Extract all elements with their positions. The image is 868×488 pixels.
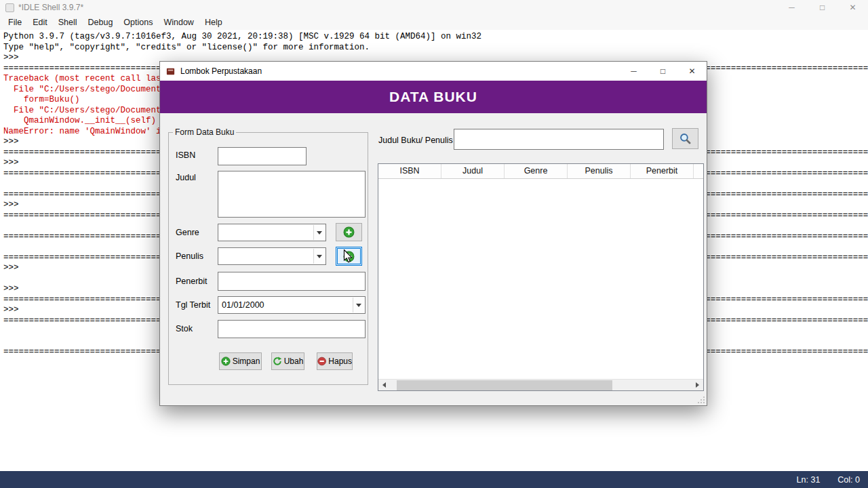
ubah-button[interactable]: Ubah [271, 352, 304, 370]
menu-edit[interactable]: Edit [27, 16, 53, 29]
mouse-cursor-icon [343, 249, 353, 264]
genre-label: Genre [176, 228, 199, 237]
idle-titlebar[interactable]: *IDLE Shell 3.9.7* ─ □ ✕ [0, 0, 868, 15]
isbn-input[interactable] [218, 147, 307, 165]
menu-options[interactable]: Options [118, 16, 158, 29]
minus-circle-icon [317, 357, 326, 366]
genre-combobox[interactable] [218, 224, 326, 241]
books-table-header: ISBN Judul Genre Penulis Penerbit [378, 164, 703, 179]
books-table-body[interactable] [378, 179, 703, 369]
isbn-label: ISBN [176, 150, 195, 160]
search-icon [679, 132, 692, 145]
scroll-right-icon[interactable] [692, 380, 703, 391]
maximize-button[interactable]: □ [807, 0, 837, 15]
menu-shell[interactable]: Shell [53, 16, 83, 29]
dialog-title: Lombok Perpustakaan [180, 66, 262, 76]
shell-line: Type "help", "copyright", "credits" or "… [3, 43, 868, 54]
menu-help[interactable]: Help [199, 16, 228, 29]
tgl-terbit-label: Tgl Terbit [176, 300, 210, 310]
refresh-icon [273, 357, 282, 366]
column-header-penerbit[interactable]: Penerbit [631, 164, 694, 178]
tgl-terbit-value: 01/01/2000 [222, 300, 264, 310]
column-header-filler [694, 164, 703, 178]
idle-window-title: *IDLE Shell 3.9.7* [18, 3, 83, 12]
status-col-indicator: Col: 0 [837, 475, 860, 485]
chevron-down-icon[interactable] [313, 249, 325, 264]
menu-file[interactable]: File [3, 16, 27, 29]
penulis-label: Penulis [176, 251, 203, 261]
screen: *IDLE Shell 3.9.7* ─ □ ✕ File Edit Shell… [0, 0, 868, 488]
penerbit-label: Penerbit [176, 277, 208, 286]
stok-label: Stok [176, 324, 193, 333]
simpan-button-label: Simpan [233, 357, 260, 366]
idle-statusbar: Ln: 31 Col: 0 [0, 471, 868, 488]
data-buku-dialog: Lombok Perpustakaan ─ □ ✕ DATA BUKU Form… [159, 61, 707, 406]
tgl-terbit-datepicker[interactable]: 01/01/2000 [218, 296, 366, 314]
idle-window-controls: ─ □ ✕ [776, 0, 868, 15]
search-label: Judul Buku/ Penulis [378, 136, 453, 145]
judul-label: Judul [176, 173, 196, 182]
hapus-button-label: Hapus [328, 357, 352, 366]
plus-circle-icon [343, 226, 355, 238]
close-button[interactable]: ✕ [837, 0, 868, 15]
add-genre-button[interactable] [336, 223, 362, 241]
shell-line: Python 3.9.7 (tags/v3.9.7:1016ef3, Aug 3… [3, 32, 868, 43]
ubah-button-label: Ubah [284, 357, 304, 366]
dialog-window-controls: ─ □ ✕ [619, 62, 707, 81]
hapus-button[interactable]: Hapus [317, 352, 353, 370]
idle-app-icon [5, 3, 14, 12]
idle-menubar: File Edit Shell Debug Options Window Hel… [0, 15, 868, 30]
stok-input[interactable] [218, 320, 366, 338]
dialog-header-title: DATA BUKU [389, 89, 477, 105]
simpan-button[interactable]: Simpan [219, 352, 262, 370]
column-header-genre[interactable]: Genre [505, 164, 568, 178]
horizontal-scrollbar[interactable] [378, 379, 703, 390]
dialog-maximize-button[interactable]: □ [648, 62, 677, 81]
column-header-penulis[interactable]: Penulis [568, 164, 631, 178]
search-button[interactable] [672, 128, 698, 149]
books-table: ISBN Judul Genre Penulis Penerbit [378, 163, 704, 391]
dialog-minimize-button[interactable]: ─ [619, 62, 648, 81]
plus-circle-icon [221, 357, 231, 366]
resize-grip[interactable] [697, 396, 705, 404]
minimize-button[interactable]: ─ [776, 0, 807, 15]
column-header-isbn[interactable]: ISBN [378, 164, 441, 178]
scroll-left-icon[interactable] [378, 380, 390, 391]
penulis-combobox[interactable] [218, 247, 326, 265]
dialog-close-button[interactable]: ✕ [677, 62, 707, 81]
column-header-judul[interactable]: Judul [441, 164, 505, 178]
chevron-down-icon[interactable] [313, 225, 325, 240]
dialog-titlebar[interactable]: Lombok Perpustakaan ─ □ ✕ [160, 62, 707, 81]
hscrollbar-track[interactable] [390, 380, 692, 391]
menu-debug[interactable]: Debug [83, 16, 119, 29]
status-line-indicator: Ln: 31 [797, 475, 821, 485]
judul-textarea[interactable] [218, 171, 366, 218]
dialog-app-icon [165, 66, 176, 77]
chevron-down-icon[interactable] [353, 298, 364, 312]
menu-window[interactable]: Window [158, 16, 199, 29]
search-input[interactable] [454, 129, 664, 150]
dialog-header-banner: DATA BUKU [160, 81, 707, 113]
form-group-title: Form Data Buku [173, 127, 236, 137]
penerbit-input[interactable] [218, 272, 366, 291]
hscrollbar-thumb[interactable] [397, 380, 612, 390]
